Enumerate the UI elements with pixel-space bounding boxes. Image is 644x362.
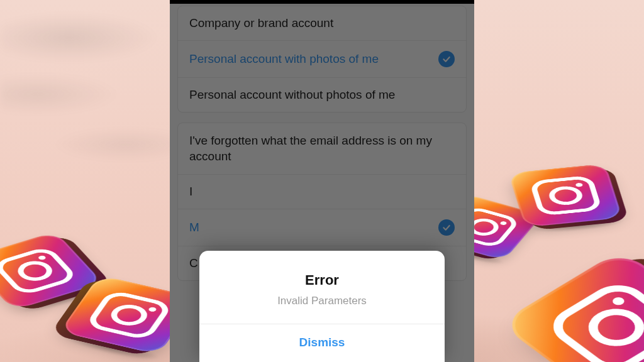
svg-point-14 bbox=[609, 295, 626, 306]
svg-point-11 bbox=[575, 182, 583, 187]
svg-point-10 bbox=[550, 187, 582, 204]
svg-rect-9 bbox=[532, 177, 599, 214]
error-dialog: Error Invalid Parameters Dismiss bbox=[199, 251, 445, 362]
instagram-tile-icon bbox=[499, 249, 644, 362]
stage: Company or brand account Personal accoun… bbox=[0, 0, 644, 362]
dismiss-button[interactable]: Dismiss bbox=[199, 324, 445, 362]
dialog-title: Error bbox=[199, 251, 445, 295]
svg-rect-3 bbox=[88, 292, 170, 339]
phone-content: Company or brand account Personal accoun… bbox=[170, 4, 474, 362]
phone-screen: Company or brand account Personal accoun… bbox=[170, 0, 474, 362]
dialog-message: Invalid Parameters bbox=[199, 295, 445, 324]
svg-point-8 bbox=[499, 221, 508, 225]
instagram-tile-icon bbox=[508, 163, 622, 227]
